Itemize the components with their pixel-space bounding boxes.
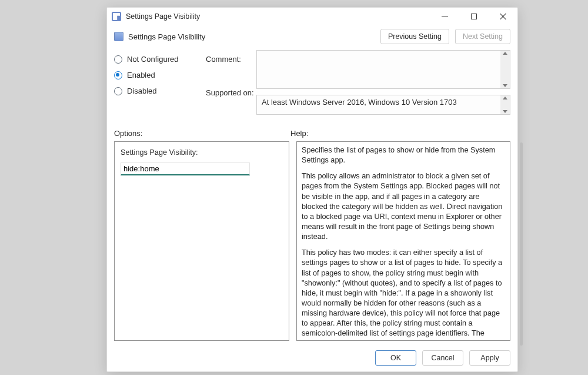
- radio-icon: [114, 55, 122, 64]
- help-label: Help:: [290, 129, 308, 138]
- scroll-up-icon: [503, 52, 507, 55]
- close-button[interactable]: [495, 9, 512, 24]
- help-panel: Specifies the list of pages to show or h…: [296, 141, 510, 341]
- caption-controls: [436, 9, 517, 24]
- app-icon: [112, 12, 121, 21]
- radio-enabled[interactable]: Enabled: [114, 71, 202, 79]
- maximize-button[interactable]: [466, 9, 482, 24]
- close-icon: [500, 13, 507, 20]
- scroll-down-icon: [503, 84, 507, 87]
- dialog-footer: OK Cancel Apply: [107, 347, 517, 371]
- window-title: Settings Page Visibility: [126, 12, 200, 21]
- help-text: Specifies the list of pages to show or h…: [302, 145, 504, 165]
- title-bar: Settings Page Visibility: [107, 8, 517, 25]
- options-label: Options:: [114, 129, 290, 138]
- header-row: Settings Page Visibility Previous Settin…: [107, 25, 517, 50]
- scrollbar[interactable]: [500, 51, 510, 88]
- maximize-icon: [471, 14, 477, 19]
- ok-button[interactable]: OK: [375, 350, 416, 366]
- scroll-down-icon: [503, 110, 507, 113]
- cancel-button[interactable]: Cancel: [422, 350, 463, 366]
- help-scrollbar[interactable]: [520, 142, 523, 346]
- radio-not-configured[interactable]: Not Configured: [114, 55, 202, 64]
- panels: Settings Page Visibility: Specifies the …: [107, 141, 517, 347]
- scrollbar[interactable]: [500, 95, 510, 114]
- radio-icon: [114, 87, 122, 95]
- state-radio-group: Not Configured Enabled Disabled: [114, 50, 202, 115]
- minimize-icon: [442, 16, 448, 17]
- radio-disabled[interactable]: Disabled: [114, 87, 202, 95]
- header-title: Settings Page Visibility: [128, 32, 205, 41]
- policy-body: Not Configured Enabled Disabled Comment:…: [107, 50, 517, 120]
- radio-icon: [114, 71, 122, 79]
- settings-page-visibility-input[interactable]: [121, 162, 250, 175]
- help-text: This policy allows an administrator to b…: [302, 171, 504, 242]
- radio-label: Enabled: [127, 71, 155, 79]
- supported-on-label: Supported on:: [206, 88, 253, 97]
- dialog-window: Settings Page Visibility Settings Page V…: [106, 7, 518, 372]
- minimize-button[interactable]: [436, 9, 453, 24]
- policy-icon: [114, 32, 123, 41]
- radio-label: Not Configured: [127, 55, 178, 64]
- previous-setting-button[interactable]: Previous Setting: [380, 29, 449, 44]
- next-setting-button: Next Setting: [455, 29, 510, 44]
- radio-label: Disabled: [127, 87, 157, 95]
- supported-on-field: At least Windows Server 2016, Windows 10…: [256, 95, 510, 115]
- comment-label: Comment:: [206, 55, 253, 64]
- supported-on-text: At least Windows Server 2016, Windows 10…: [262, 98, 457, 107]
- scroll-up-icon: [503, 97, 507, 99]
- comment-field[interactable]: [256, 50, 510, 89]
- help-text: This policy has two modes: it can either…: [302, 248, 504, 341]
- options-field-label: Settings Page Visibility:: [121, 148, 283, 158]
- apply-button[interactable]: Apply: [469, 350, 510, 366]
- section-labels: Options: Help:: [107, 120, 517, 141]
- options-panel: Settings Page Visibility:: [114, 141, 289, 341]
